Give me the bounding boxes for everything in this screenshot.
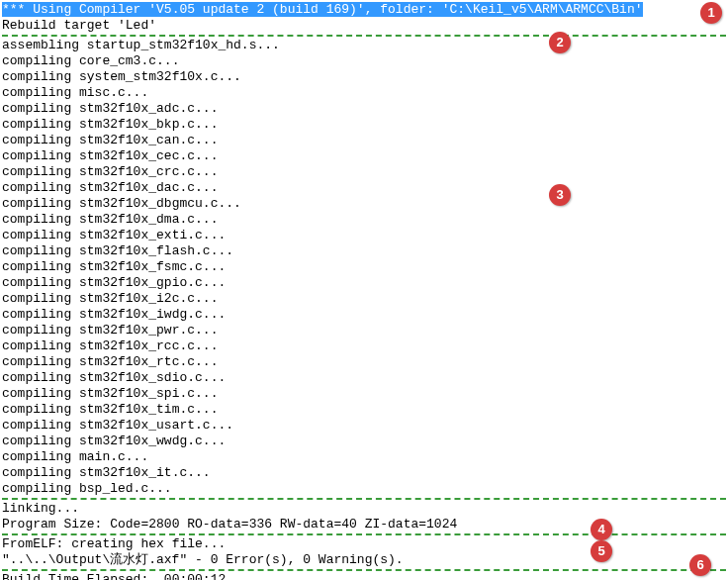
output-line: compiling stm32f10x_exti.c... bbox=[2, 228, 726, 243]
output-line: assembling startup_stm32f10x_hd.s... bbox=[2, 38, 726, 53]
output-line: compiling stm32f10x_iwdg.c... bbox=[2, 307, 726, 323]
output-line: compiling stm32f10x_can.c... bbox=[2, 133, 726, 148]
result-line: "..\..\Output\流水灯.axf" - 0 Error(s), 0 W… bbox=[2, 552, 726, 568]
output-line: compiling stm32f10x_crc.c... bbox=[2, 164, 726, 180]
output-line: compiling stm32f10x_pwr.c... bbox=[2, 323, 726, 338]
annotation-badge-5: 5 bbox=[591, 540, 612, 562]
output-line: compiling stm32f10x_wwdg.c... bbox=[2, 434, 726, 449]
output-line: compiling misc.c... bbox=[2, 85, 726, 101]
linking-line: linking... bbox=[2, 501, 726, 517]
output-line: compiling stm32f10x_spi.c... bbox=[2, 386, 726, 402]
divider bbox=[2, 533, 726, 535]
program-size-line: Program Size: Code=2800 RO-data=336 RW-d… bbox=[2, 517, 726, 532]
rebuild-target: Rebuild target 'Led' bbox=[2, 18, 726, 34]
output-line: compiling stm32f10x_dma.c... bbox=[2, 212, 726, 228]
divider bbox=[2, 569, 726, 571]
output-line: compiling stm32f10x_rtc.c... bbox=[2, 354, 726, 370]
annotation-badge-3: 3 bbox=[549, 184, 571, 206]
output-line: compiling stm32f10x_fsmc.c... bbox=[2, 259, 726, 275]
annotation-badge-1: 1 bbox=[700, 2, 722, 24]
annotation-badge-4: 4 bbox=[591, 519, 612, 540]
output-line: compiling bsp_led.c... bbox=[2, 481, 726, 497]
output-line: compiling stm32f10x_adc.c... bbox=[2, 101, 726, 117]
output-line: compiling stm32f10x_bkp.c... bbox=[2, 117, 726, 133]
output-line: compiling stm32f10x_flash.c... bbox=[2, 243, 726, 259]
output-line: compiling stm32f10x_tim.c... bbox=[2, 402, 726, 418]
compile-output: assembling startup_stm32f10x_hd.s...comp… bbox=[2, 38, 726, 497]
annotation-badge-6: 6 bbox=[689, 554, 711, 576]
output-line: compiling stm32f10x_usart.c... bbox=[2, 418, 726, 434]
output-line: compiling stm32f10x_gpio.c... bbox=[2, 275, 726, 291]
output-line: compiling main.c... bbox=[2, 449, 726, 465]
annotation-badge-2: 2 bbox=[549, 32, 571, 53]
fromelf-line: FromELF: creating hex file... bbox=[2, 536, 726, 552]
output-line: compiling core_cm3.c... bbox=[2, 53, 726, 69]
output-line: compiling stm32f10x_cec.c... bbox=[2, 148, 726, 164]
divider bbox=[2, 35, 726, 37]
output-line: compiling stm32f10x_dbgmcu.c... bbox=[2, 196, 726, 212]
compiler-header: *** Using Compiler 'V5.05 update 2 (buil… bbox=[2, 2, 726, 18]
output-line: compiling system_stm32f10x.c... bbox=[2, 69, 726, 85]
divider bbox=[2, 498, 726, 500]
output-line: compiling stm32f10x_i2c.c... bbox=[2, 291, 726, 307]
output-line: compiling stm32f10x_sdio.c... bbox=[2, 370, 726, 386]
output-line: compiling stm32f10x_rcc.c... bbox=[2, 338, 726, 354]
output-line: compiling stm32f10x_dac.c... bbox=[2, 180, 726, 196]
output-line: compiling stm32f10x_it.c... bbox=[2, 465, 726, 481]
elapsed-line: Build Time Elapsed: 00:00:12 bbox=[2, 572, 726, 580]
